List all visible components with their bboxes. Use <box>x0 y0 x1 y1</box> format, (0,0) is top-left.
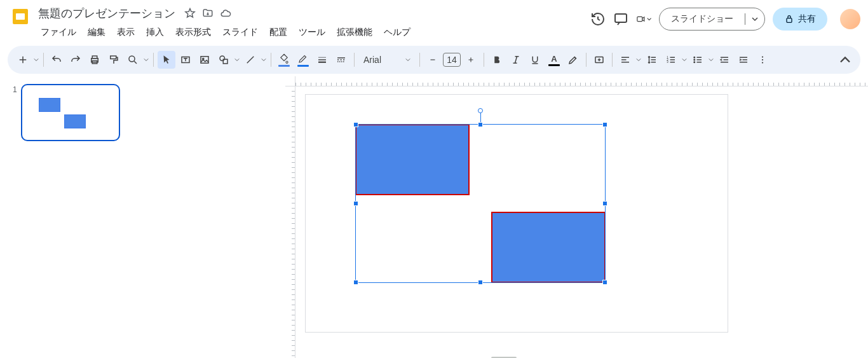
document-title[interactable]: 無題のプレゼンテーション <box>36 5 178 22</box>
meet-button[interactable] <box>636 11 651 27</box>
svg-point-9 <box>129 56 135 62</box>
collapse-toolbar-button[interactable] <box>836 51 854 69</box>
font-size-increase[interactable] <box>462 51 480 69</box>
bulleted-list-dropdown[interactable] <box>708 57 714 62</box>
border-weight-button[interactable] <box>313 51 331 69</box>
history-icon[interactable] <box>590 11 606 27</box>
sel-handle-w[interactable] <box>353 201 358 206</box>
sel-handle-s[interactable] <box>478 280 483 285</box>
move-icon[interactable] <box>202 8 214 19</box>
border-color-button[interactable] <box>294 51 312 69</box>
indent-increase-button[interactable] <box>735 51 752 69</box>
star-icon[interactable] <box>184 8 196 19</box>
sel-handle-n[interactable] <box>478 122 483 127</box>
thumbnail-panel: 1 <box>0 76 140 358</box>
vertical-ruler[interactable] <box>285 76 295 358</box>
menu-help[interactable]: ヘルプ <box>379 24 416 41</box>
align-dropdown[interactable] <box>635 57 642 62</box>
menu-edit[interactable]: 編集 <box>83 24 111 41</box>
new-slide-button[interactable] <box>14 51 32 69</box>
svg-rect-4 <box>787 18 792 23</box>
font-name: Arial <box>363 55 381 65</box>
rotation-handle[interactable] <box>478 108 483 113</box>
select-tool-button[interactable] <box>158 51 175 69</box>
zoom-dropdown[interactable] <box>143 57 149 62</box>
slide-canvas[interactable] <box>305 94 728 333</box>
thumbnail-number: 1 <box>13 84 17 141</box>
workspace: 1 <box>0 76 868 358</box>
zoom-button[interactable] <box>124 51 142 69</box>
menu-arrange[interactable]: 配置 <box>264 24 292 41</box>
cloud-status-icon[interactable] <box>220 8 231 19</box>
menu-file[interactable]: ファイル <box>36 24 81 41</box>
menu-bar: ファイル 編集 表示 挿入 表示形式 スライド 配置 ツール 拡張機能 ヘルプ <box>36 23 590 42</box>
fill-color-button[interactable] <box>275 51 293 69</box>
menu-view[interactable]: 表示 <box>112 24 140 41</box>
menu-slide[interactable]: スライド <box>217 24 263 41</box>
svg-point-13 <box>220 56 225 61</box>
toolbar: Arial A 123 <box>8 46 860 74</box>
insert-link-button[interactable] <box>590 51 608 69</box>
slides-logo[interactable] <box>8 4 33 29</box>
title-area: 無題のプレゼンテーション ファイル 編集 表示 挿入 表示形式 スライド 配置 … <box>36 4 590 42</box>
ruler-corner <box>285 76 295 86</box>
svg-point-23 <box>762 59 763 60</box>
sel-handle-ne[interactable] <box>602 122 607 127</box>
shape-button[interactable] <box>215 51 233 69</box>
share-label: 共有 <box>798 13 816 25</box>
menu-extensions[interactable]: 拡張機能 <box>332 24 377 41</box>
svg-text:3: 3 <box>667 60 668 64</box>
svg-rect-3 <box>637 17 642 21</box>
slideshow-dropdown[interactable] <box>745 13 764 25</box>
font-size-decrease[interactable] <box>424 51 442 69</box>
sel-handle-se[interactable] <box>602 280 607 285</box>
canvas-area[interactable] <box>140 76 868 358</box>
account-avatar[interactable] <box>840 9 860 29</box>
menu-format[interactable]: 表示形式 <box>170 24 216 41</box>
line-spacing-button[interactable] <box>643 51 661 69</box>
header-actions: スライドショー 共有 <box>590 4 860 31</box>
menu-insert[interactable]: 挿入 <box>141 24 169 41</box>
italic-button[interactable] <box>507 51 525 69</box>
slideshow-label: スライドショー <box>660 13 745 25</box>
thumbnail-row: 1 <box>13 84 132 141</box>
highlight-button[interactable] <box>564 51 582 69</box>
bold-button[interactable] <box>488 51 506 69</box>
line-button[interactable] <box>241 51 259 69</box>
menu-tools[interactable]: ツール <box>294 24 330 41</box>
font-selector[interactable]: Arial <box>358 55 416 65</box>
selection-box[interactable] <box>355 124 606 283</box>
numbered-list-button[interactable]: 123 <box>662 51 680 69</box>
svg-rect-1 <box>16 13 25 20</box>
sel-handle-sw[interactable] <box>353 280 358 285</box>
border-dash-button[interactable] <box>332 51 350 69</box>
more-options-button[interactable] <box>754 51 771 69</box>
line-dropdown[interactable] <box>261 57 267 62</box>
numbered-list-dropdown[interactable] <box>681 57 688 62</box>
share-button[interactable]: 共有 <box>773 8 827 31</box>
new-slide-dropdown[interactable] <box>33 57 39 62</box>
sel-handle-nw[interactable] <box>353 122 358 127</box>
horizontal-ruler[interactable] <box>295 76 868 86</box>
undo-button[interactable] <box>48 51 65 69</box>
align-button[interactable] <box>616 51 634 69</box>
underline-button[interactable] <box>526 51 544 69</box>
slideshow-button[interactable]: スライドショー <box>659 8 765 31</box>
textbox-button[interactable] <box>177 51 194 69</box>
print-button[interactable] <box>86 51 104 69</box>
indent-decrease-button[interactable] <box>715 51 733 69</box>
paint-format-button[interactable] <box>105 51 123 69</box>
text-color-button[interactable]: A <box>545 51 563 69</box>
redo-button[interactable] <box>67 51 85 69</box>
svg-point-22 <box>762 56 763 57</box>
comments-icon[interactable] <box>613 11 628 27</box>
svg-rect-2 <box>615 14 627 22</box>
thumbnail-slide-1[interactable] <box>21 84 120 141</box>
image-button[interactable] <box>196 51 214 69</box>
bulleted-list-button[interactable] <box>689 51 707 69</box>
font-size-control <box>424 51 480 69</box>
sel-handle-e[interactable] <box>602 201 607 206</box>
shape-dropdown[interactable] <box>234 57 240 62</box>
font-size-input[interactable] <box>443 53 461 67</box>
svg-rect-11 <box>201 57 208 64</box>
